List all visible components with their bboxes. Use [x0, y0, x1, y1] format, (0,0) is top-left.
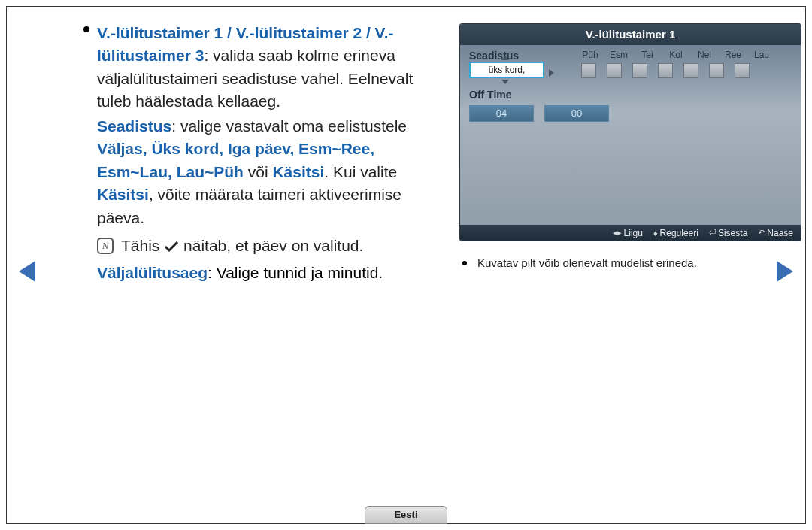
day-check[interactable]: [735, 63, 750, 78]
note-line: N Tähis näitab, et päev on valitud.: [97, 237, 443, 255]
seadistus-kasitsi2: Käsitsi: [97, 186, 149, 203]
seadistus-voi: või: [244, 163, 273, 180]
footer-liigu: ◂▸Liigu: [613, 228, 643, 238]
seadistus-text-b: . Kui valite: [324, 163, 397, 180]
offtime-label: Väljalülitusaeg: [97, 264, 208, 281]
nav-right-icon[interactable]: [777, 261, 793, 282]
day-check[interactable]: [683, 63, 698, 78]
return-icon: ↶: [758, 228, 765, 238]
osd-day-checks: [581, 63, 771, 78]
subnote-bullet-icon: [462, 261, 467, 265]
osd-title: V.-lülitustaimer 1: [460, 24, 801, 45]
arrow-down-icon[interactable]: [501, 80, 509, 84]
osd-offtime-label: Off Time: [469, 89, 792, 101]
seadistus-label: Seadistus: [97, 117, 171, 135]
day-label: Lau: [753, 50, 771, 60]
arrow-right-icon[interactable]: [549, 69, 554, 77]
ud-arrows-icon: ♦: [653, 229, 658, 238]
footer-sisesta: ⏎Sisesta: [709, 228, 747, 238]
arrow-up-icon[interactable]: [501, 56, 509, 60]
bullet-icon: [83, 26, 89, 32]
subnote-text: Kuvatav pilt võib olenevalt mudelist eri…: [477, 256, 697, 269]
osd-day-labels: Püh Esm Tei Kol Nel Ree Lau: [581, 50, 771, 60]
day-label: Ree: [724, 50, 742, 60]
osd-select-wrap[interactable]: üks kord,: [469, 62, 541, 78]
day-check[interactable]: [658, 63, 673, 78]
footer-reguleeri: ♦Reguleeri: [653, 228, 698, 238]
checkmark-icon: [164, 240, 179, 253]
seadistus-kasitsi: Käsitsi: [272, 163, 324, 180]
day-check[interactable]: [632, 63, 647, 78]
day-label: Nel: [695, 50, 714, 60]
footer-naase: ↶Naase: [758, 228, 793, 238]
day-check[interactable]: [607, 63, 622, 78]
day-label: Kol: [667, 50, 685, 60]
day-check[interactable]: [581, 63, 596, 78]
paragraph-main: V.-lülitustaimer 1 / V.-lülitustaimer 2 …: [97, 22, 443, 114]
osd-panel: V.-lülitustaimer 1 Seadistus üks kord, P…: [459, 23, 801, 241]
paragraph-offtime: Väljalülitusaeg: Valige tunnid ja minuti…: [97, 264, 443, 282]
note-before: Tähis: [121, 237, 164, 254]
day-check[interactable]: [709, 63, 724, 78]
paragraph-seadistus: Seadistus: valige vastavalt oma eelistus…: [97, 115, 443, 229]
day-label: Tei: [638, 50, 656, 60]
enter-icon: ⏎: [709, 228, 716, 238]
day-label: Püh: [581, 50, 599, 60]
osd-hours[interactable]: 04: [469, 105, 534, 122]
osd-seadistus-value[interactable]: üks kord,: [469, 62, 544, 78]
language-tab[interactable]: Eesti: [365, 506, 447, 524]
day-label: Esm: [610, 50, 628, 60]
note-icon: N: [97, 238, 114, 254]
lr-arrows-icon: ◂▸: [613, 228, 622, 238]
nav-left-icon[interactable]: [19, 261, 35, 282]
osd-footer: ◂▸Liigu ♦Reguleeri ⏎Sisesta ↶Naase: [460, 225, 801, 241]
note-after: näitab, et päev on valitud.: [183, 237, 363, 254]
offtime-rest: : Valige tunnid ja minutid.: [208, 264, 383, 281]
osd-minutes[interactable]: 00: [544, 105, 609, 122]
seadistus-text-a: : valige vastavalt oma eelistustele: [171, 117, 407, 135]
